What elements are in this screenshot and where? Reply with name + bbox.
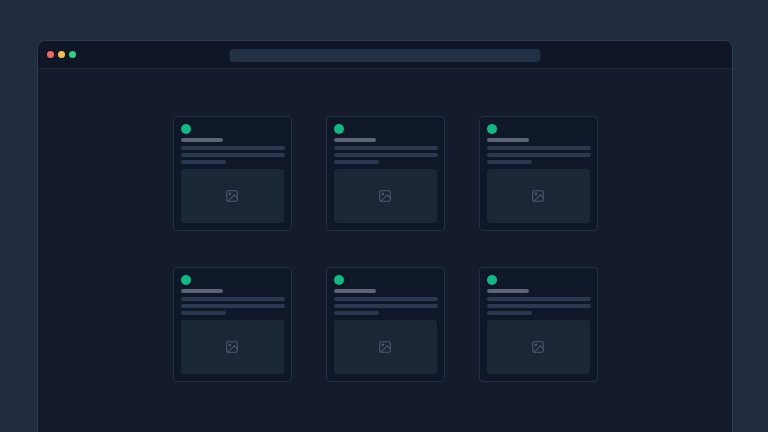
status-dot-icon [487, 124, 497, 134]
card[interactable] [326, 267, 445, 382]
card-grid [38, 116, 732, 382]
card[interactable] [173, 267, 292, 382]
skeleton-line [181, 311, 226, 315]
media-placeholder [181, 320, 284, 374]
skeleton-line [334, 160, 379, 164]
skeleton-line [181, 297, 285, 301]
close-window-button[interactable] [47, 51, 54, 58]
status-dot-icon [181, 275, 191, 285]
status-dot-icon [334, 275, 344, 285]
skeleton-line [487, 304, 591, 308]
skeleton-title [334, 289, 376, 293]
skeleton-title [487, 289, 529, 293]
card[interactable] [173, 116, 292, 231]
skeleton-title [487, 138, 529, 142]
image-icon [225, 189, 239, 203]
skeleton-line [181, 304, 285, 308]
card[interactable] [479, 116, 598, 231]
skeleton-title [181, 138, 223, 142]
skeleton-title [181, 289, 223, 293]
window-content [38, 69, 732, 382]
image-icon [378, 340, 392, 354]
skeleton-line [487, 311, 532, 315]
skeleton-line [334, 297, 438, 301]
card[interactable] [326, 116, 445, 231]
skeleton-title [334, 138, 376, 142]
skeleton-line [334, 153, 438, 157]
status-dot-icon [181, 124, 191, 134]
media-placeholder [334, 320, 437, 374]
image-icon [225, 340, 239, 354]
skeleton-line [487, 297, 591, 301]
status-dot-icon [334, 124, 344, 134]
skeleton-line [181, 160, 226, 164]
address-bar[interactable] [230, 49, 541, 62]
media-placeholder [334, 169, 437, 223]
card[interactable] [479, 267, 598, 382]
skeleton-line [334, 146, 438, 150]
image-icon [378, 189, 392, 203]
window-title-bar [38, 41, 732, 69]
page-background [0, 0, 768, 432]
media-placeholder [487, 169, 590, 223]
image-icon [531, 189, 545, 203]
skeleton-line [487, 146, 591, 150]
skeleton-line [487, 160, 532, 164]
status-dot-icon [487, 275, 497, 285]
traffic-light-buttons [47, 51, 76, 58]
skeleton-line [181, 153, 285, 157]
skeleton-line [334, 304, 438, 308]
media-placeholder [487, 320, 590, 374]
maximize-window-button[interactable] [69, 51, 76, 58]
media-placeholder [181, 169, 284, 223]
image-icon [531, 340, 545, 354]
skeleton-line [487, 153, 591, 157]
skeleton-line [181, 146, 285, 150]
browser-window [37, 40, 733, 432]
minimize-window-button[interactable] [58, 51, 65, 58]
skeleton-line [334, 311, 379, 315]
